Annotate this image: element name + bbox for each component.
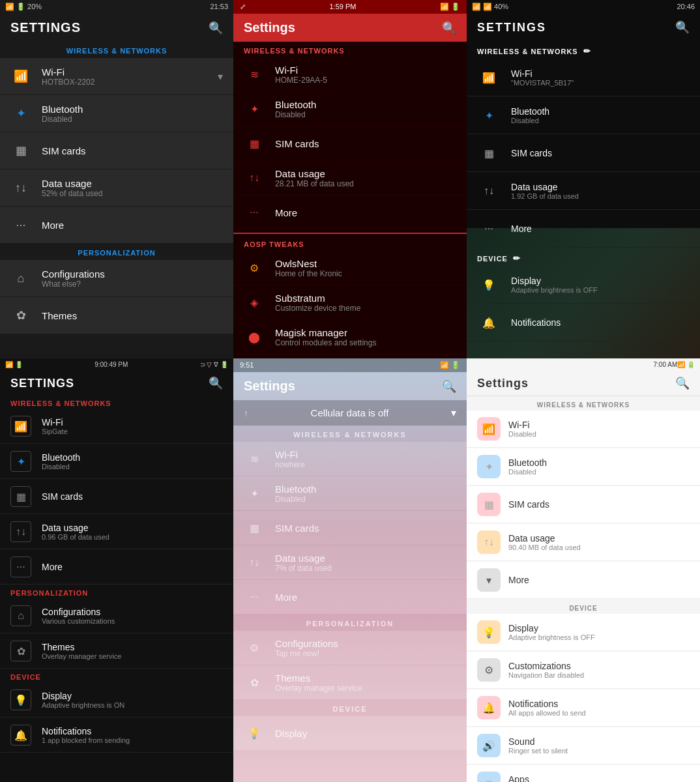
more-item-6[interactable]: ▾ More (467, 562, 700, 599)
wifi-item-1[interactable]: 📶 Wi-Fi HOTBOX-2202 ▾ (0, 58, 233, 94)
more-title-5: More (275, 592, 297, 603)
owlsnest-item-2[interactable]: ⚙ OwlsNest Home of the Kronic (233, 251, 467, 285)
bluetooth-icon-2: ✦ (244, 98, 265, 119)
substratum-item-2[interactable]: ◈ Substratum Customize device theme (233, 285, 467, 320)
edit-icon-device-3[interactable]: ✏ (513, 253, 521, 263)
more-item-3[interactable]: ··· More (467, 210, 700, 248)
themes-item-5[interactable]: ✿ Themes Overlay manager service (233, 665, 467, 699)
datausage-item-3[interactable]: ↑↓ Data usage 1.92 GB of data used (467, 173, 700, 210)
notifications-item-6[interactable]: 🔔 Notifications All apps allowed to send (467, 689, 700, 727)
wifi-item-4[interactable]: 📶 Wi-Fi SipGate (0, 409, 233, 444)
config-item-4[interactable]: ⌂ Configurations Various customizations (0, 599, 233, 633)
search-icon-1[interactable]: 🔍 (209, 21, 223, 35)
bluetooth-item-1[interactable]: ✦ Bluetooth Disabled (0, 95, 233, 132)
sound-text-6: Sound Ringer set to silent (508, 736, 568, 755)
data-icon-1: ↑↓ (10, 177, 31, 198)
simcards-item-3[interactable]: ▦ SIM cards (467, 135, 700, 172)
search-icon-4[interactable]: 🔍 (209, 376, 223, 390)
edit-icon-3[interactable]: ✏ (583, 46, 591, 56)
more-text-6: More (508, 575, 529, 585)
themes-text-5: Themes Overlay manager service (275, 673, 362, 693)
search-icon-2[interactable]: 🔍 (442, 21, 456, 35)
datausage-item-2[interactable]: ↑↓ Data usage 28.21 MB of data used (233, 161, 467, 195)
more-item-4[interactable]: ··· More (0, 550, 233, 585)
apps-item-6[interactable]: ⊞ Apps 195 apps installed (467, 765, 700, 782)
themes-title-5: Themes (275, 673, 362, 684)
datausage-item-1[interactable]: ↑↓ Data usage 52% of data used (0, 169, 233, 206)
customizations-item-6[interactable]: ⚙ Customizations Navigation Bar disabled (467, 652, 700, 689)
search-icon-3[interactable]: 🔍 (675, 20, 690, 35)
display-item-6[interactable]: 💡 Display Adaptive brightness is OFF (467, 614, 700, 651)
notifications-item-3[interactable]: 🔔 Notifications (467, 304, 700, 341)
datausage-item-6[interactable]: ↑↓ Data usage 90.40 MB of data used (467, 524, 700, 561)
simcards-item-6[interactable]: ▦ SIM cards (467, 486, 700, 523)
config-icon-5: ⚙ (244, 637, 265, 658)
themes-text-4: Themes Overlay manager service (42, 642, 121, 660)
wifi-title-5: Wi-Fi (275, 449, 305, 460)
sim-icon-5: ▦ (244, 517, 265, 538)
more-item-1[interactable]: ··· More (0, 207, 233, 243)
wifi-item-5[interactable]: ≋ Wi-Fi nowhere (233, 442, 467, 476)
themes-subtitle-5: Overlay manager service (275, 684, 362, 693)
sim-title-5: SIM cards (275, 523, 319, 534)
datausage-item-4[interactable]: ↑↓ Data usage 0.96 GB of data used (0, 515, 233, 549)
cellular-banner-5[interactable]: ↑ Cellular data is off ▾ (233, 400, 467, 426)
sim-text-3: SIM cards (511, 148, 552, 158)
display-title-3: Display (511, 276, 598, 286)
notifications-item-4[interactable]: 🔔 Notifications 1 app blocked from sendi… (0, 718, 233, 753)
wifi-item-3[interactable]: 📶 Wi-Fi "MOVISTAR_5B17" (467, 59, 700, 96)
display-subtitle-6: Adaptive brightness is OFF (508, 633, 595, 641)
sim-text-5: SIM cards (275, 523, 319, 534)
bluetooth-item-2[interactable]: ✦ Bluetooth Disabled (233, 92, 467, 126)
wifi-icon-5: ≋ (244, 448, 265, 469)
more-text-2: More (275, 207, 297, 218)
display-text-6: Display Adaptive brightness is OFF (508, 623, 595, 641)
bluetooth-text-5: Bluetooth Disabled (275, 484, 316, 504)
bluetooth-item-4[interactable]: ✦ Bluetooth Disabled (0, 444, 233, 479)
wifi-subtitle-3: "MOVISTAR_5B17" (511, 79, 574, 87)
section-divider-2 (233, 233, 467, 234)
wifi-item-2[interactable]: ≋ Wi-Fi HOME-29AA-5 (233, 57, 467, 92)
search-icon-5[interactable]: 🔍 (442, 379, 456, 394)
config-item-5[interactable]: ⚙ Configurations Tap me now! (233, 631, 467, 665)
config-subtitle-1: What else? (42, 280, 105, 289)
datausage-item-5[interactable]: ↑↓ Data usage 7% of data used (233, 545, 467, 579)
config-item-1[interactable]: ⌂ Configurations What else? (0, 260, 233, 297)
wifi-item-6[interactable]: 📶 Wi-Fi Disabled (467, 411, 700, 448)
themes-item-1[interactable]: ✿ Themes (0, 297, 233, 334)
display-item-3[interactable]: 💡 Display Adaptive brightness is OFF (467, 267, 700, 304)
bluetooth-item-6[interactable]: ✦ Bluetooth Disabled (467, 448, 700, 485)
simcards-item-4[interactable]: ▦ SIM cards (0, 480, 233, 514)
status-time-3: 20:46 (677, 3, 695, 11)
more-item-5[interactable]: ··· More (233, 580, 467, 614)
themes-icon-1: ✿ (10, 305, 31, 326)
display-item-4[interactable]: 💡 Display Adaptive brightness is ON (0, 683, 233, 717)
display-item-5[interactable]: 💡 Display (233, 716, 467, 750)
display-title-6: Display (508, 623, 595, 633)
config-subtitle-4: Various customizations (42, 617, 115, 625)
cellular-icon-5: ↑ (244, 408, 248, 418)
bluetooth-item-5[interactable]: ✦ Bluetooth Disabled (233, 476, 467, 510)
simcards-item-5[interactable]: ▦ SIM cards (233, 511, 467, 545)
data-text-4: Data usage 0.96 GB of data used (42, 523, 109, 541)
more-text-1: More (42, 220, 64, 231)
search-icon-6[interactable]: 🔍 (675, 376, 690, 390)
bluetooth-subtitle-2: Disabled (275, 110, 316, 119)
magisk-text-2: Magisk manager Control modules and setti… (275, 327, 376, 347)
bluetooth-item-3[interactable]: ✦ Bluetooth Disabled (467, 97, 700, 134)
themes-item-4[interactable]: ✿ Themes Overlay manager service (0, 634, 233, 669)
simcards-item-2[interactable]: ▦ SIM cards (233, 126, 467, 161)
simcards-item-1[interactable]: ▦ SIM cards (0, 132, 233, 169)
status-bar-1: 📶 🔋 20% 21:53 (0, 0, 233, 14)
sound-item-6[interactable]: 🔊 Sound Ringer set to silent (467, 727, 700, 764)
app-bar-1: SETTINGS 🔍 (0, 14, 233, 42)
display-text-4: Display Adaptive brightness is ON (42, 691, 124, 709)
wifi-text-4: Wi-Fi SipGate (42, 417, 68, 435)
status-time-5: 9:51 (240, 361, 254, 369)
more-item-2[interactable]: ··· More (233, 195, 467, 230)
magisk-item-2[interactable]: ⬤ Magisk manager Control modules and set… (233, 320, 467, 355)
app-title-4: SETTINGS (10, 377, 74, 390)
config-icon-1: ⌂ (10, 268, 31, 289)
status-time-4: 9:00:49 PM (95, 361, 128, 368)
data-text-3: Data usage 1.92 GB of data used (511, 182, 579, 200)
